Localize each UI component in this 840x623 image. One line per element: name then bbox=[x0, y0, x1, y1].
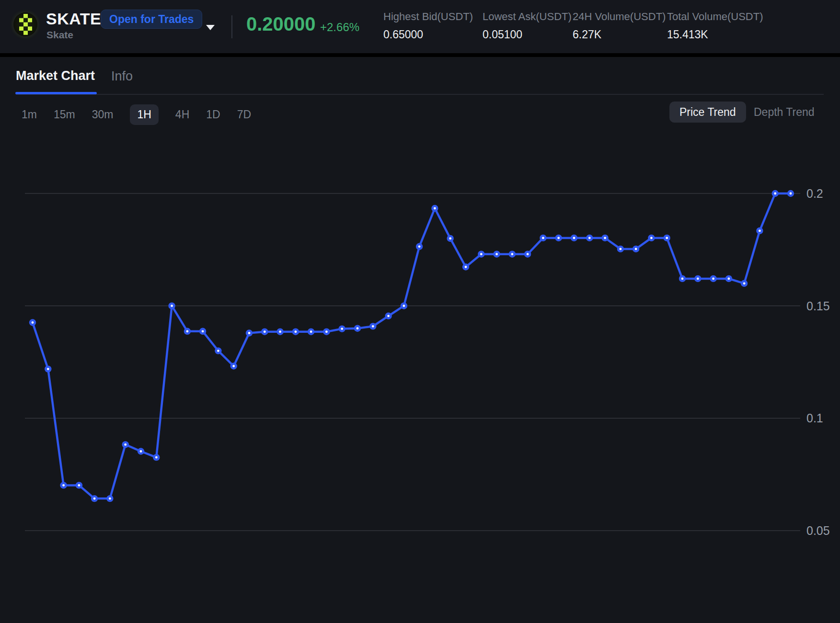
stat-value: 6.27K bbox=[573, 28, 666, 41]
data-point-center bbox=[62, 484, 65, 487]
data-point-center bbox=[202, 330, 204, 332]
data-point-center bbox=[774, 193, 776, 195]
data-point-center bbox=[527, 253, 529, 255]
data-point-center bbox=[186, 330, 189, 332]
y-axis-tick-label: 0.05 bbox=[806, 524, 830, 537]
interval-30m[interactable]: 30m bbox=[92, 108, 114, 121]
data-point-center bbox=[232, 365, 235, 367]
stat-label: 24H Volume(USDT) bbox=[573, 11, 666, 23]
data-point-center bbox=[124, 443, 127, 446]
stat-value: 0.05100 bbox=[483, 28, 572, 41]
stat-highest-bid: Highest Bid(USDT) 0.65000 bbox=[383, 11, 473, 41]
interval-7d[interactable]: 7D bbox=[237, 108, 251, 121]
tabbar-border bbox=[16, 94, 824, 95]
data-point-center bbox=[604, 237, 606, 239]
tab-market-chart[interactable]: Market Chart bbox=[16, 68, 95, 83]
data-point-center bbox=[357, 327, 359, 329]
data-point-center bbox=[47, 368, 49, 370]
caret-down-icon[interactable] bbox=[206, 25, 215, 30]
data-point-center bbox=[588, 237, 591, 239]
data-point-center bbox=[279, 330, 281, 333]
data-point-center bbox=[712, 278, 714, 280]
data-point-center bbox=[449, 238, 451, 240]
data-point-center bbox=[557, 237, 560, 239]
data-point-center bbox=[480, 253, 483, 255]
data-point-center bbox=[403, 305, 405, 307]
data-point-center bbox=[511, 253, 514, 255]
data-point-center bbox=[434, 207, 436, 210]
skate-checker-glyph bbox=[19, 14, 32, 35]
interval-1d[interactable]: 1D bbox=[206, 108, 220, 121]
stat-label: Lowest Ask(USDT) bbox=[483, 11, 572, 23]
token-symbol: SKATE bbox=[46, 10, 101, 28]
interval-15m[interactable]: 15m bbox=[54, 108, 75, 121]
market-header: SKATE Open for Trades Skate 0.20000 +2.6… bbox=[0, 0, 840, 53]
y-axis-tick-label: 0.2 bbox=[806, 187, 823, 200]
price-change-percent: +2.66% bbox=[320, 21, 359, 34]
data-point-center bbox=[728, 278, 730, 280]
data-point-center bbox=[681, 278, 684, 280]
data-point-center bbox=[759, 230, 761, 232]
price-trend-chart[interactable]: 0.20.150.10.05 bbox=[0, 127, 840, 606]
data-point-center bbox=[171, 305, 173, 307]
data-point-center bbox=[542, 237, 544, 239]
tab-info[interactable]: Info bbox=[111, 69, 133, 84]
data-point-center bbox=[465, 266, 467, 268]
current-price: 0.20000 bbox=[246, 13, 316, 35]
data-point-center bbox=[697, 278, 699, 280]
data-point-center bbox=[418, 245, 421, 248]
data-point-center bbox=[341, 328, 343, 330]
stat-24h-volume: 24H Volume(USDT) 6.27K bbox=[573, 11, 666, 41]
data-point-center bbox=[295, 330, 297, 333]
price-line bbox=[33, 193, 791, 498]
data-point-center bbox=[372, 325, 374, 328]
data-point-center bbox=[620, 248, 622, 250]
header-divider bbox=[231, 15, 232, 38]
interval-4h[interactable]: 4H bbox=[175, 108, 189, 121]
data-point-center bbox=[650, 237, 653, 239]
active-tab-underline bbox=[15, 92, 97, 94]
data-point-center bbox=[635, 248, 637, 250]
stat-value: 15.413K bbox=[667, 28, 763, 41]
y-axis-tick-label: 0.15 bbox=[806, 299, 830, 313]
data-point-center bbox=[155, 456, 158, 459]
data-point-center bbox=[495, 253, 498, 255]
stat-label: Highest Bid(USDT) bbox=[383, 11, 473, 23]
status-badge: Open for Trades bbox=[101, 10, 202, 29]
depth-trend-button[interactable]: Depth Trend bbox=[754, 102, 815, 123]
data-point-center bbox=[325, 330, 328, 333]
data-point-center bbox=[217, 350, 219, 352]
y-axis-tick-label: 0.1 bbox=[806, 411, 823, 425]
data-point-center bbox=[109, 498, 111, 500]
stat-label: Total Volume(USDT) bbox=[667, 11, 763, 23]
header-separator bbox=[0, 53, 840, 57]
interval-1m[interactable]: 1m bbox=[22, 108, 37, 121]
data-point-center bbox=[310, 330, 312, 333]
data-point-center bbox=[790, 193, 792, 195]
skate-logo-icon bbox=[13, 12, 37, 36]
data-point-center bbox=[78, 484, 81, 487]
stat-total-volume: Total Volume(USDT) 15.413K bbox=[667, 11, 763, 41]
price-trend-button[interactable]: Price Trend bbox=[669, 102, 746, 123]
data-point-center bbox=[248, 332, 251, 334]
data-point-center bbox=[743, 282, 746, 284]
stat-lowest-ask: Lowest Ask(USDT) 0.05100 bbox=[483, 11, 572, 41]
stat-value: 0.65000 bbox=[383, 28, 473, 41]
data-point-center bbox=[264, 330, 266, 333]
data-point-center bbox=[93, 498, 96, 500]
interval-selector: 1m 15m 30m 1H 4H 1D 7D bbox=[22, 103, 251, 126]
data-point-center bbox=[32, 321, 34, 324]
token-name: Skate bbox=[46, 29, 73, 41]
data-point-center bbox=[140, 450, 142, 453]
interval-1h[interactable]: 1H bbox=[130, 104, 158, 125]
data-point-center bbox=[573, 237, 575, 239]
data-point-center bbox=[666, 237, 668, 239]
data-point-center bbox=[387, 315, 390, 317]
